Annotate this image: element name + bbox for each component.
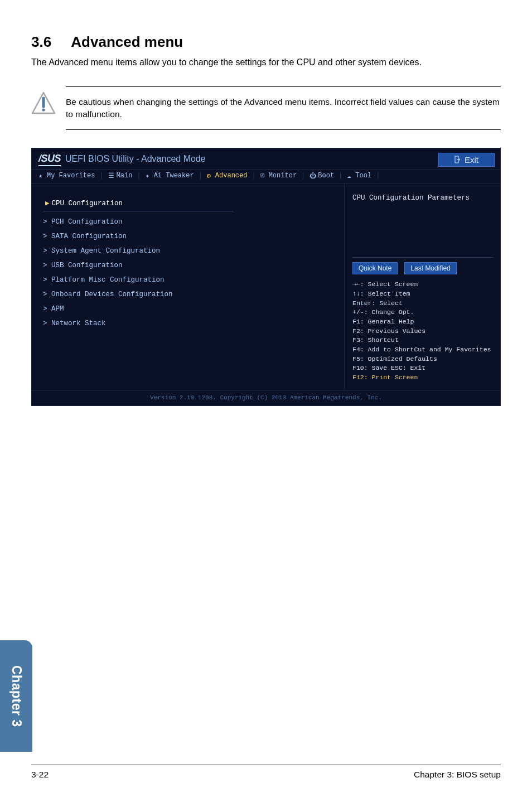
hint-line: F1: General Help [352, 317, 494, 327]
list-icon: ☰ [108, 172, 115, 180]
tab-advanced[interactable]: ⚙Advanced [207, 172, 248, 180]
selection-marker-icon: ▶ [45, 200, 50, 207]
bios-tabs: ★My Favorites| ☰Main| ✦Ai Tweaker| ⚙Adva… [32, 170, 500, 184]
monitor-icon: ⎚ [260, 172, 267, 180]
tab-monitor[interactable]: ⎚Monitor [260, 172, 297, 180]
star-icon: ★ [38, 172, 45, 180]
menu-item-platform-misc-config[interactable]: > Platform Misc Configuration [41, 273, 338, 287]
item-description: CPU Configuration Parameters [352, 192, 494, 202]
menu-item-onboard-devices-config[interactable]: > Onboard Devices Configuration [41, 287, 338, 302]
caution-text: Be cautious when changing the settings o… [66, 86, 501, 129]
exit-label: Exit [465, 155, 478, 165]
last-modified-button[interactable]: Last Modified [404, 262, 456, 274]
bios-screenshot: /SUS UEFI BIOS Utility - Advanced Mode E… [31, 148, 501, 406]
hint-line: F3: Shortcut [352, 336, 494, 345]
menu-item-pch-config[interactable]: > PCH Configuration [41, 215, 338, 229]
power-icon: ⏻ [309, 172, 316, 180]
advanced-icon: ⚙ [207, 172, 214, 180]
section-heading: 3.6 Advanced menu [31, 33, 501, 51]
tab-boot[interactable]: ⏻Boot [309, 172, 334, 180]
bios-titlebar: /SUS UEFI BIOS Utility - Advanced Mode E… [32, 148, 500, 170]
hint-line: F5: Optimized Defaults [352, 355, 494, 364]
exit-button[interactable]: Exit [438, 153, 495, 167]
hint-line: F4: Add to ShortCut and My Favorites [352, 345, 494, 355]
chapter-side-tab-label: Chapter 3 [9, 665, 24, 727]
menu-item-system-agent-config[interactable]: > System Agent Configuration [41, 244, 338, 258]
hint-line: F10: Save ESC: Exit [352, 364, 494, 373]
chapter-side-tab: Chapter 3 [0, 640, 32, 752]
svg-point-2 [42, 109, 45, 112]
menu-item-network-stack[interactable]: > Network Stack [41, 316, 338, 331]
hint-line: Enter: Select [352, 299, 494, 308]
bios-version-footer: Version 2.10.1208. Copyright (C) 2013 Am… [32, 390, 500, 405]
chapter-title-footer: Chapter 3: BIOS setup [414, 770, 501, 780]
asus-logo: /SUS [38, 153, 61, 166]
tab-main[interactable]: ☰Main [108, 172, 133, 180]
section-title-text: Advanced menu [71, 33, 183, 50]
key-hints: →←: Select Screen ↑↓: Select Item Enter:… [352, 280, 494, 382]
exit-icon [454, 156, 460, 163]
hint-line: F2: Previous Values [352, 327, 494, 336]
hint-line: F12: Print Screen [352, 373, 494, 383]
section-number: 3.6 [31, 33, 51, 50]
hint-line: +/-: Change Opt. [352, 308, 494, 317]
tab-tweaker[interactable]: ✦Ai Tweaker [146, 172, 194, 180]
bios-menu-list: ▶CPU Configuration > PCH Configuration >… [32, 184, 344, 390]
menu-item-cpu-config[interactable]: ▶CPU Configuration [41, 192, 338, 215]
hint-line: →←: Select Screen [352, 280, 494, 289]
caution-icon [31, 91, 56, 115]
section-lead: The Advanced menu items allow you to cha… [31, 56, 501, 69]
bios-subtitle: UEFI BIOS Utility - Advanced Mode [65, 154, 206, 164]
tab-tool[interactable]: ☁Tool [347, 172, 371, 180]
menu-item-apm[interactable]: > APM [41, 302, 338, 316]
page-footer: 3-22 Chapter 3: BIOS setup [31, 765, 501, 780]
chip-icon: ✦ [146, 172, 152, 180]
caution-note: Be cautious when changing the settings o… [31, 86, 501, 129]
tool-icon: ☁ [347, 172, 354, 180]
quick-note-button[interactable]: Quick Note [352, 262, 398, 274]
hint-line: ↑↓: Select Item [352, 289, 494, 299]
page-number: 3-22 [31, 770, 49, 780]
menu-item-sata-config[interactable]: > SATA Configuration [41, 229, 338, 244]
bios-right-panel: CPU Configuration Parameters Quick Note … [344, 184, 500, 390]
tab-favorites[interactable]: ★My Favorites [38, 172, 95, 180]
menu-item-usb-config[interactable]: > USB Configuration [41, 258, 338, 273]
